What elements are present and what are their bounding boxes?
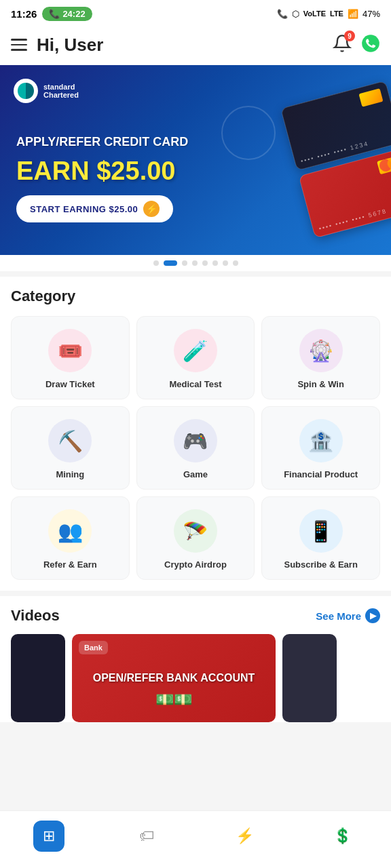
bluetooth-icon: ⬡ — [292, 9, 299, 19]
call-icon: 📞 — [277, 9, 288, 19]
flash-icon: ⚡ — [229, 821, 260, 852]
category-label-financial-product: Financial Product — [284, 469, 358, 479]
home-icon: ⊞ — [33, 821, 64, 852]
bottom-nav: ⊞ 🏷 ⚡ 💲 — [0, 810, 391, 868]
dot-8[interactable] — [233, 260, 238, 266]
sc-logo-text: standard Chartered — [43, 83, 79, 99]
hamburger-menu[interactable] — [11, 39, 27, 51]
notification-badge: 9 — [344, 31, 355, 41]
video-thumb-right[interactable] — [282, 634, 337, 722]
nav-flash[interactable]: ⚡ — [218, 818, 271, 854]
video-bank-label: Bank — [79, 641, 108, 654]
status-icons: 📞 ⬡ VoLTE LTE 📶 47% — [277, 9, 380, 19]
video-money-icon: 💵💵 — [155, 691, 192, 709]
status-time: 11:26 — [11, 8, 37, 20]
video-thumb-main[interactable]: Bank 💵💵 OPEN/REFER BANK ACCOUNT — [72, 634, 276, 722]
banner-cta-icon: ⚡ — [143, 201, 160, 217]
notification-button[interactable]: 9 — [333, 34, 352, 56]
category-item-game[interactable]: 🎮 Game — [136, 406, 255, 490]
page-title: Hi, User — [37, 35, 103, 56]
banner-cta-button[interactable]: START EARNING $25.00 ⚡ — [16, 195, 173, 222]
video-inner-text: OPEN/REFER BANK ACCOUNT — [72, 665, 276, 691]
banner-subtitle: APPLY/REFER CREDIT CARD — [16, 134, 188, 150]
dot-6[interactable] — [212, 260, 218, 266]
dot-2[interactable] — [164, 260, 177, 266]
category-icon-medical-test: 🧪 — [174, 329, 217, 372]
whatsapp-icon — [361, 34, 380, 53]
nav-home[interactable]: ⊞ — [22, 818, 75, 854]
banner-amount: EARN $25.00 — [16, 157, 188, 186]
battery-percent: 47% — [362, 9, 380, 19]
see-more-icon: ▶ — [365, 608, 380, 623]
banner-cards: •••• •••• •••• 1234 •••• •••• •••• 5678 — [280, 81, 391, 239]
category-item-mining[interactable]: ⛏️ Mining — [11, 406, 130, 490]
category-icon-crypto-airdrop: 🪂 — [174, 509, 217, 553]
offers-icon: 🏷 — [131, 821, 162, 852]
banner-content: APPLY/REFER CREDIT CARD EARN $25.00 STAR… — [16, 134, 188, 222]
category-label-crypto-airdrop: Crypto Airdrop — [164, 559, 227, 570]
header-right: 9 — [333, 34, 380, 56]
category-item-subscribe-earn[interactable]: 📱 Subscribe & Earn — [261, 496, 380, 580]
banner-logo: standard Chartered — [14, 79, 79, 103]
videos-section: Videos See More ▶ Bank 💵💵 OPEN/REFER BAN… — [0, 596, 391, 722]
category-grid: 🎟️ Draw Ticket 🧪 Medical Test 🎡 Spin & W… — [11, 316, 380, 580]
nav-wallet[interactable]: 💲 — [316, 818, 369, 854]
dot-1[interactable] — [153, 260, 159, 266]
header-left: Hi, User — [11, 35, 103, 56]
category-label-subscribe-earn: Subscribe & Earn — [284, 559, 357, 570]
category-label-medical-test: Medical Test — [169, 379, 221, 389]
category-icon-game: 🎮 — [174, 419, 217, 462]
category-title: Category — [11, 288, 380, 305]
category-icon-spin-win: 🎡 — [299, 329, 343, 372]
video-thumb-left[interactable] — [11, 634, 65, 722]
banner-dots — [0, 255, 391, 271]
category-item-medical-test[interactable]: 🧪 Medical Test — [136, 316, 255, 399]
category-item-spin-win[interactable]: 🎡 Spin & Win — [261, 316, 380, 399]
see-more-button[interactable]: See More ▶ — [316, 608, 380, 623]
svg-point-0 — [362, 35, 379, 52]
nav-offers[interactable]: 🏷 — [120, 818, 173, 854]
wallet-icon: 💲 — [327, 821, 358, 852]
category-label-game: Game — [183, 469, 208, 479]
category-section: Category 🎟️ Draw Ticket 🧪 Medical Test 🎡… — [0, 277, 391, 591]
dot-5[interactable] — [202, 260, 208, 266]
lte-icon: LTE — [330, 9, 343, 18]
category-label-mining: Mining — [56, 469, 84, 479]
category-item-refer-earn[interactable]: 👥 Refer & Earn — [11, 496, 130, 580]
category-icon-mining: ⛏️ — [48, 419, 92, 462]
category-icon-draw-ticket: 🎟️ — [48, 329, 92, 372]
category-item-financial-product[interactable]: 🏦 Financial Product — [261, 406, 380, 490]
banner-decoration — [221, 106, 276, 160]
promo-banner[interactable]: standard Chartered •••• •••• •••• 1234 — [0, 65, 391, 255]
dot-3[interactable] — [182, 260, 187, 266]
whatsapp-button[interactable] — [361, 34, 380, 56]
category-label-refer-earn: Refer & Earn — [43, 559, 97, 570]
category-label-draw-ticket: Draw Ticket — [45, 379, 95, 389]
videos-header: Videos See More ▶ — [11, 607, 380, 625]
dot-4[interactable] — [192, 260, 198, 266]
videos-row: Bank 💵💵 OPEN/REFER BANK ACCOUNT — [11, 634, 380, 722]
videos-title: Videos — [11, 607, 60, 625]
banner-container: standard Chartered •••• •••• •••• 1234 — [0, 65, 391, 255]
data-icon: VoLTE — [303, 9, 326, 18]
dot-7[interactable] — [223, 260, 228, 266]
category-icon-refer-earn: 👥 — [48, 509, 92, 553]
category-item-draw-ticket[interactable]: 🎟️ Draw Ticket — [11, 316, 130, 399]
signal-icon: 📶 — [348, 9, 358, 19]
header: Hi, User 9 — [0, 27, 391, 65]
sc-logo-icon — [14, 79, 38, 103]
category-item-crypto-airdrop[interactable]: 🪂 Crypto Airdrop — [136, 496, 255, 580]
category-icon-financial-product: 🏦 — [299, 419, 343, 462]
status-bar: 11:26 📞 24:22 📞 ⬡ VoLTE LTE 📶 47% — [0, 0, 391, 27]
category-label-spin-win: Spin & Win — [297, 379, 344, 389]
category-icon-subscribe-earn: 📱 — [299, 509, 343, 553]
call-duration: 📞 24:22 — [42, 7, 92, 21]
